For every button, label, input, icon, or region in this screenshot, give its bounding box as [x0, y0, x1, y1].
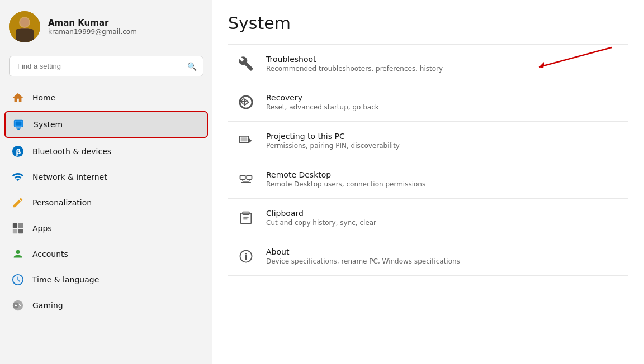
svg-point-18: [13, 275, 23, 285]
troubleshoot-arrow-annotation: [483, 45, 617, 80]
main-content: System TroubleshootRecommended troublesh…: [212, 0, 644, 364]
page-title: System: [228, 13, 628, 33]
search-input[interactable]: [9, 56, 203, 76]
settings-list: TroubleshootRecommended troubleshooters,…: [228, 44, 628, 276]
svg-rect-31: [247, 175, 252, 179]
sidebar-item-label-home: Home: [32, 93, 55, 102]
sidebar: Aman Kumar kraman19999@gmail.com 🔍 HomeS…: [0, 0, 212, 364]
sidebar-item-bluetooth[interactable]: βBluetooth & devices: [4, 139, 208, 164]
settings-item-troubleshoot[interactable]: TroubleshootRecommended troubleshooters,…: [228, 44, 628, 83]
user-info: Aman Kumar kraman19999@gmail.com: [48, 18, 137, 36]
sidebar-item-time[interactable]: Time & language: [4, 267, 208, 292]
personalization-icon: [11, 196, 25, 209]
gaming-icon: [11, 299, 25, 312]
settings-item-clipboard[interactable]: ClipboardCut and copy history, sync, cle…: [228, 199, 628, 237]
search-box[interactable]: 🔍: [9, 56, 203, 76]
avatar[interactable]: [9, 11, 40, 42]
about-label: About: [266, 247, 460, 256]
clipboard-text: ClipboardCut and copy history, sync, cle…: [266, 209, 376, 227]
recovery-icon: [236, 92, 256, 112]
home-icon: [11, 91, 25, 104]
remote-desktop-icon: [236, 169, 256, 189]
user-name: Aman Kumar: [48, 18, 137, 28]
about-description: Device specifications, rename PC, Window…: [266, 257, 460, 265]
apps-icon: [11, 222, 25, 235]
settings-item-projecting[interactable]: Projecting to this PCPermissions, pairin…: [228, 122, 628, 160]
network-icon: [11, 170, 25, 184]
sidebar-item-gaming[interactable]: Gaming: [4, 293, 208, 318]
settings-item-remote-desktop[interactable]: Remote DesktopRemote Desktop users, conn…: [228, 160, 628, 199]
time-icon: [11, 273, 25, 286]
svg-line-25: [539, 47, 612, 67]
svg-rect-9: [16, 122, 22, 126]
user-email: kraman19999@gmail.com: [48, 28, 137, 36]
troubleshoot-label: Troubleshoot: [266, 55, 443, 64]
nav-list: HomeSystemβBluetooth & devicesNetwork & …: [0, 85, 212, 319]
svg-rect-14: [13, 229, 17, 233]
sidebar-item-apps[interactable]: Apps: [4, 216, 208, 241]
sidebar-item-home[interactable]: Home: [4, 85, 208, 110]
system-icon: [12, 118, 26, 131]
accounts-icon: [11, 247, 25, 261]
user-profile[interactable]: Aman Kumar kraman19999@gmail.com: [0, 0, 212, 51]
svg-rect-6: [16, 128, 21, 129]
svg-point-24: [20, 305, 21, 306]
sidebar-item-label-apps: Apps: [32, 224, 52, 233]
sidebar-item-label-time: Time & language: [32, 275, 99, 284]
sidebar-item-label-network: Network & internet: [32, 173, 107, 181]
svg-point-23: [19, 304, 20, 305]
sidebar-item-accounts[interactable]: Accounts: [4, 242, 208, 266]
remote-desktop-text: Remote DesktopRemote Desktop users, conn…: [266, 170, 425, 188]
clipboard-description: Cut and copy history, sync, clear: [266, 219, 376, 227]
sidebar-item-label-gaming: Gaming: [32, 301, 63, 310]
svg-rect-15: [18, 229, 23, 233]
recovery-label: Recovery: [266, 93, 379, 102]
remote-desktop-label: Remote Desktop: [266, 170, 425, 179]
svg-rect-22: [15, 304, 16, 306]
svg-rect-29: [241, 137, 248, 141]
about-text: AboutDevice specifications, rename PC, W…: [266, 247, 460, 265]
recovery-text: RecoveryReset, advanced startup, go back: [266, 93, 379, 111]
sidebar-item-system[interactable]: System: [4, 111, 208, 138]
svg-rect-12: [13, 223, 17, 228]
clipboard-label: Clipboard: [266, 209, 376, 218]
sidebar-item-label-system: System: [34, 120, 63, 129]
svg-point-16: [16, 250, 20, 254]
sidebar-item-label-bluetooth: Bluetooth & devices: [32, 147, 111, 156]
svg-text:β: β: [16, 147, 21, 156]
projecting-text: Projecting to this PCPermissions, pairin…: [266, 132, 400, 150]
search-icon: 🔍: [187, 62, 197, 71]
svg-rect-4: [16, 29, 34, 42]
sidebar-item-label-accounts: Accounts: [32, 250, 68, 258]
settings-item-recovery[interactable]: RecoveryReset, advanced startup, go back: [228, 83, 628, 122]
projecting-label: Projecting to this PC: [266, 132, 400, 141]
svg-rect-30: [240, 175, 245, 179]
svg-rect-13: [18, 223, 23, 228]
about-icon: [236, 246, 256, 266]
troubleshoot-description: Recommended troubleshooters, preferences…: [266, 65, 443, 73]
projecting-description: Permissions, pairing PIN, discoverabilit…: [266, 142, 400, 150]
sidebar-item-network[interactable]: Network & internet: [4, 165, 208, 189]
projecting-icon: [236, 131, 256, 151]
troubleshoot-text: TroubleshootRecommended troubleshooters,…: [266, 55, 443, 73]
svg-point-38: [245, 253, 247, 254]
sidebar-item-label-personalization: Personalization: [32, 198, 92, 207]
sidebar-item-personalization[interactable]: Personalization: [4, 190, 208, 215]
troubleshoot-icon: [236, 54, 256, 74]
remote-desktop-description: Remote Desktop users, connection permiss…: [266, 180, 425, 188]
clipboard-icon: [236, 208, 256, 228]
recovery-description: Reset, advanced startup, go back: [266, 103, 379, 111]
settings-item-about[interactable]: AboutDevice specifications, rename PC, W…: [228, 237, 628, 276]
svg-marker-26: [539, 61, 544, 68]
bluetooth-icon: β: [11, 145, 25, 158]
svg-rect-7: [17, 128, 20, 130]
svg-point-3: [20, 18, 29, 27]
